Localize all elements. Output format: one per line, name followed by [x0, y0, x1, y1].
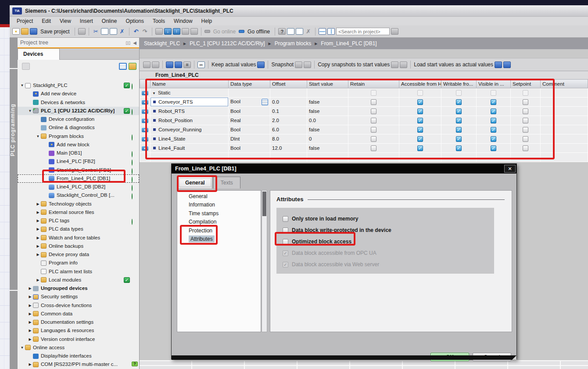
start-value-cell[interactable]: false — [307, 107, 348, 116]
setpoint-cell[interactable] — [511, 107, 541, 116]
checkbox-off[interactable] — [283, 228, 288, 233]
name-cell[interactable]: Line4_State — [151, 134, 229, 144]
rail-label-plc-programming[interactable]: PLC programming — [10, 104, 18, 156]
dialog-tab-general[interactable]: General — [178, 177, 212, 188]
expander-closed-icon[interactable]: ▶ — [35, 225, 41, 233]
load-start-values-button[interactable]: Load start values as actual values — [414, 62, 493, 68]
start-cpu-icon[interactable] — [182, 28, 189, 35]
delete-icon[interactable]: ✗ — [118, 28, 126, 35]
tree-item-com-rs232-ppi-multi-master-c[interactable]: ▶COM [RS232/PPI multi-master c...? — [18, 360, 139, 369]
expander-closed-icon[interactable]: ▶ — [35, 250, 41, 259]
column-header-comment[interactable]: Comment — [541, 80, 588, 88]
dialog-nav-compilation[interactable]: Compilation — [177, 218, 261, 226]
expander-closed-icon[interactable]: ▶ — [27, 301, 33, 310]
attribute-row-optimized-block-access[interactable]: Optimized block access — [283, 236, 494, 247]
checkbox-on[interactable]: ✓ — [456, 118, 462, 123]
expander-closed-icon[interactable]: ▶ — [27, 326, 33, 335]
retain-cell[interactable] — [348, 88, 399, 98]
binoculars-search-icon[interactable] — [391, 28, 398, 35]
menu-insert[interactable]: Insert — [75, 18, 97, 24]
checkbox-pale[interactable] — [523, 90, 528, 96]
checkbox-off[interactable] — [371, 109, 376, 114]
checkbox-pale[interactable] — [456, 90, 462, 96]
tree-item-local-modules[interactable]: ▶Local modules✓ — [18, 276, 139, 284]
expander-closed-icon[interactable]: ▶ — [35, 276, 41, 284]
data-type-cell[interactable]: Bool — [229, 98, 270, 107]
paste-icon[interactable] — [110, 28, 117, 35]
checkbox-on[interactable]: ✓ — [417, 118, 423, 123]
upload-from-device-icon[interactable]: ↑ — [173, 28, 180, 35]
reset-start-values-icon[interactable] — [166, 62, 173, 68]
menu-view[interactable]: View — [55, 18, 75, 24]
details-view-icon[interactable] — [119, 63, 127, 70]
keep-actual-values-icon[interactable] — [257, 62, 265, 68]
online-diagnostics-icon[interactable]: ? — [278, 28, 286, 35]
expander-open-icon[interactable]: ▼ — [19, 344, 25, 352]
expander-closed-icon[interactable]: ▶ — [35, 217, 41, 225]
tree-item-online-access[interactable]: ▼Online access — [18, 344, 139, 352]
writable-cell[interactable]: ✓ — [441, 107, 477, 116]
tree-item-plc-alarm-text-lists[interactable]: PLC alarm text lists — [18, 268, 139, 276]
data-type-cell[interactable]: Bool — [229, 144, 270, 153]
start-value-cell[interactable]: false — [307, 144, 348, 153]
checkbox-on[interactable]: ✓ — [456, 145, 462, 151]
load-all-values-icon[interactable] — [503, 62, 511, 68]
checkbox-on[interactable]: ✓ — [456, 127, 462, 133]
panel-layout-icon[interactable]: ▯▯ — [125, 40, 130, 45]
checkbox-on[interactable]: ✓ — [417, 127, 423, 133]
expander-open-icon[interactable]: ▼ — [35, 132, 41, 141]
tree-item-plc-data-types[interactable]: ▶PLC data types — [18, 225, 139, 233]
tree-item-from-line4-plc-db1[interactable]: From_Line4_PLC [DB1] — [18, 174, 139, 183]
checkbox-on[interactable]: ✓ — [491, 136, 496, 142]
retain-cell[interactable] — [348, 144, 399, 153]
open-project-icon[interactable] — [21, 28, 29, 35]
table-row-robot-rts[interactable]: Robot_RTSBool0.1false✓✓✓ — [140, 107, 588, 116]
tree-item-main-ob1[interactable]: Main [OB1] — [18, 149, 139, 157]
setpoint-cell[interactable] — [511, 116, 541, 125]
checkbox-on[interactable]: ✓ — [491, 118, 496, 123]
start-value-cell[interactable] — [307, 88, 348, 98]
add-table-icon[interactable] — [22, 63, 30, 70]
add-row-icon[interactable] — [152, 62, 159, 68]
dialog-nav-attributes[interactable]: Attributes — [177, 235, 261, 243]
visible-cell[interactable]: ✓ — [477, 125, 511, 134]
checkbox-off[interactable] — [523, 145, 528, 151]
visible-cell[interactable]: ✓ — [477, 134, 511, 144]
copy-snapshot-icon[interactable] — [391, 62, 398, 68]
tree-item-line4-plc-db-db2[interactable]: Line4_PLC_DB [DB2] — [18, 183, 139, 191]
compile-icon[interactable] — [155, 28, 163, 35]
tree-item-line4-plc-fb2[interactable]: Line4_PLC [FB2] — [18, 157, 139, 166]
expand-all-icon[interactable]: ≡ — [183, 62, 191, 68]
visible-cell[interactable]: ✓ — [477, 116, 511, 125]
start-value-cell[interactable]: 0 — [307, 134, 348, 144]
tree-item-devices-networks[interactable]: Devices & networks — [18, 98, 139, 107]
retain-cell[interactable] — [348, 134, 399, 144]
resize-grip[interactable] — [512, 355, 516, 360]
tree-item-languages-resources[interactable]: ▶Languages & resources — [18, 326, 139, 335]
new-project-icon[interactable]: ✶ — [12, 28, 20, 35]
breadcrumb-item-program-blocks[interactable]: Program blocks — [275, 40, 311, 47]
table-row-conveyor-running[interactable]: Conveyor_RunningBool6.0false✓✓✓ — [140, 125, 588, 134]
tree-item-stacklight-plc[interactable]: ▼Stacklight_PLC✓ — [18, 81, 139, 90]
accessible-cell[interactable]: ✓ — [399, 144, 441, 153]
checkbox-off[interactable] — [523, 127, 528, 133]
tree-item-stacklight-control-db[interactable]: Stacklight_Control_DB [... — [18, 191, 139, 199]
tree-item-plc-tags[interactable]: ▶PLC tags — [18, 217, 139, 225]
stop-cpu-icon[interactable] — [190, 28, 198, 35]
name-cell[interactable]: Robot_Position — [151, 116, 229, 125]
checkbox-on[interactable]: ✓ — [417, 99, 423, 105]
dialog-nav-information[interactable]: Information — [177, 201, 261, 209]
retain-cell[interactable] — [348, 116, 399, 125]
checkbox-off[interactable] — [523, 118, 528, 123]
accessible-cell[interactable]: ✓ — [399, 134, 441, 144]
start-value-cell[interactable]: false — [307, 98, 348, 107]
checkbox-on[interactable]: ✓ — [456, 109, 462, 114]
accessible-cell[interactable]: ✓ — [399, 107, 441, 116]
keep-actual-values-button[interactable]: Keep actual values — [212, 62, 256, 68]
checkbox-dis-on[interactable]: ✓ — [283, 250, 288, 256]
writable-cell[interactable]: ✓ — [441, 116, 477, 125]
writable-cell[interactable]: ✓ — [441, 134, 477, 144]
expander-open-icon[interactable]: ▼ — [27, 107, 33, 115]
retain-cell[interactable] — [348, 98, 399, 107]
update-interface-icon[interactable] — [175, 62, 182, 68]
